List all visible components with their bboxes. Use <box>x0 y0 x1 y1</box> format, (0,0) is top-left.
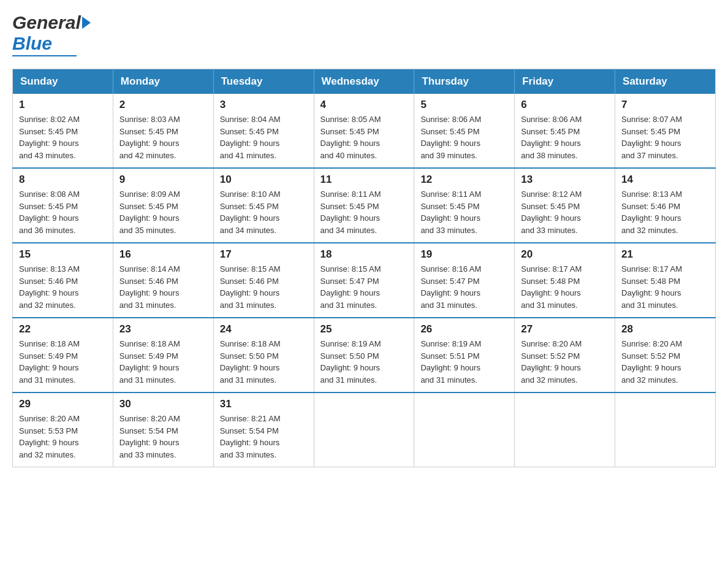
calendar-cell: 29Sunrise: 8:20 AMSunset: 5:53 PMDayligh… <box>13 393 113 467</box>
day-number: 23 <box>119 323 207 335</box>
day-number: 28 <box>621 323 709 335</box>
calendar-cell: 30Sunrise: 8:20 AMSunset: 5:54 PMDayligh… <box>113 393 213 467</box>
day-info: Sunrise: 8:05 AMSunset: 5:45 PMDaylight:… <box>320 113 408 161</box>
day-number: 25 <box>320 323 408 335</box>
day-number: 17 <box>220 248 308 261</box>
day-info: Sunrise: 8:02 AMSunset: 5:45 PMDaylight:… <box>19 113 107 161</box>
weekday-header-saturday: Saturday <box>615 69 716 94</box>
calendar-cell: 21Sunrise: 8:17 AMSunset: 5:48 PMDayligh… <box>615 243 716 318</box>
day-number: 16 <box>119 248 207 261</box>
day-number: 1 <box>19 99 107 111</box>
day-info: Sunrise: 8:20 AMSunset: 5:53 PMDaylight:… <box>19 413 107 461</box>
calendar-cell: 14Sunrise: 8:13 AMSunset: 5:46 PMDayligh… <box>615 168 716 243</box>
day-number: 9 <box>119 174 207 186</box>
calendar-cell: 9Sunrise: 8:09 AMSunset: 5:45 PMDaylight… <box>113 168 213 243</box>
calendar-cell: 2Sunrise: 8:03 AMSunset: 5:45 PMDaylight… <box>113 94 213 168</box>
logo-arrow-icon <box>82 17 91 29</box>
day-number: 27 <box>521 323 609 335</box>
weekday-header-friday: Friday <box>515 69 615 94</box>
day-number: 10 <box>220 174 308 186</box>
day-number: 21 <box>621 248 709 261</box>
day-number: 26 <box>420 323 508 335</box>
day-number: 2 <box>119 99 207 111</box>
calendar-cell: 17Sunrise: 8:15 AMSunset: 5:46 PMDayligh… <box>213 243 314 318</box>
day-number: 31 <box>220 398 308 410</box>
day-info: Sunrise: 8:03 AMSunset: 5:45 PMDaylight:… <box>119 113 207 161</box>
calendar-cell: 31Sunrise: 8:21 AMSunset: 5:54 PMDayligh… <box>213 393 314 467</box>
calendar-cell: 6Sunrise: 8:06 AMSunset: 5:45 PMDaylight… <box>515 94 615 168</box>
day-info: Sunrise: 8:20 AMSunset: 5:52 PMDaylight:… <box>621 338 709 386</box>
calendar-cell: 3Sunrise: 8:04 AMSunset: 5:45 PMDaylight… <box>213 94 314 168</box>
calendar-cell: 28Sunrise: 8:20 AMSunset: 5:52 PMDayligh… <box>615 318 716 393</box>
day-info: Sunrise: 8:19 AMSunset: 5:50 PMDaylight:… <box>320 338 408 386</box>
logo-underline <box>12 55 77 56</box>
day-number: 5 <box>420 99 508 111</box>
week-row-4: 22Sunrise: 8:18 AMSunset: 5:49 PMDayligh… <box>13 318 716 393</box>
calendar-cell: 26Sunrise: 8:19 AMSunset: 5:51 PMDayligh… <box>414 318 515 393</box>
calendar-cell <box>414 393 515 467</box>
day-number: 13 <box>521 174 609 186</box>
day-number: 24 <box>220 323 308 335</box>
day-number: 4 <box>320 99 408 111</box>
calendar-cell: 4Sunrise: 8:05 AMSunset: 5:45 PMDaylight… <box>314 94 414 168</box>
day-number: 11 <box>320 174 408 186</box>
day-info: Sunrise: 8:19 AMSunset: 5:51 PMDaylight:… <box>420 338 508 386</box>
calendar-cell: 10Sunrise: 8:10 AMSunset: 5:45 PMDayligh… <box>213 168 314 243</box>
day-info: Sunrise: 8:21 AMSunset: 5:54 PMDaylight:… <box>220 413 308 461</box>
day-number: 30 <box>119 398 207 410</box>
day-number: 8 <box>19 174 107 186</box>
day-number: 15 <box>19 248 107 261</box>
calendar-cell: 22Sunrise: 8:18 AMSunset: 5:49 PMDayligh… <box>13 318 113 393</box>
calendar-cell <box>515 393 615 467</box>
day-info: Sunrise: 8:08 AMSunset: 5:45 PMDaylight:… <box>19 188 107 236</box>
day-info: Sunrise: 8:18 AMSunset: 5:49 PMDaylight:… <box>119 338 207 386</box>
day-info: Sunrise: 8:18 AMSunset: 5:49 PMDaylight:… <box>19 338 107 386</box>
calendar-cell: 15Sunrise: 8:13 AMSunset: 5:46 PMDayligh… <box>13 243 113 318</box>
day-info: Sunrise: 8:20 AMSunset: 5:54 PMDaylight:… <box>119 413 207 461</box>
logo-general-text: General <box>12 12 81 33</box>
calendar-cell: 16Sunrise: 8:14 AMSunset: 5:46 PMDayligh… <box>113 243 213 318</box>
weekday-header-row: SundayMondayTuesdayWednesdayThursdayFrid… <box>13 69 716 94</box>
day-number: 22 <box>19 323 107 335</box>
calendar-cell: 8Sunrise: 8:08 AMSunset: 5:45 PMDaylight… <box>13 168 113 243</box>
calendar-table: SundayMondayTuesdayWednesdayThursdayFrid… <box>12 69 716 467</box>
week-row-5: 29Sunrise: 8:20 AMSunset: 5:53 PMDayligh… <box>13 393 716 467</box>
calendar-cell: 11Sunrise: 8:11 AMSunset: 5:45 PMDayligh… <box>314 168 414 243</box>
day-info: Sunrise: 8:16 AMSunset: 5:47 PMDaylight:… <box>420 263 508 311</box>
calendar-cell: 5Sunrise: 8:06 AMSunset: 5:45 PMDaylight… <box>414 94 515 168</box>
calendar-cell: 12Sunrise: 8:11 AMSunset: 5:45 PMDayligh… <box>414 168 515 243</box>
day-info: Sunrise: 8:11 AMSunset: 5:45 PMDaylight:… <box>320 188 408 236</box>
week-row-1: 1Sunrise: 8:02 AMSunset: 5:45 PMDaylight… <box>13 94 716 168</box>
calendar-cell: 7Sunrise: 8:07 AMSunset: 5:45 PMDaylight… <box>615 94 716 168</box>
day-info: Sunrise: 8:17 AMSunset: 5:48 PMDaylight:… <box>621 263 709 311</box>
day-number: 19 <box>420 248 508 261</box>
day-number: 3 <box>220 99 308 111</box>
day-info: Sunrise: 8:06 AMSunset: 5:45 PMDaylight:… <box>521 113 609 161</box>
day-number: 18 <box>320 248 408 261</box>
day-number: 6 <box>521 99 609 111</box>
day-info: Sunrise: 8:12 AMSunset: 5:45 PMDaylight:… <box>521 188 609 236</box>
day-info: Sunrise: 8:09 AMSunset: 5:45 PMDaylight:… <box>119 188 207 236</box>
logo: General Blue <box>12 12 91 56</box>
calendar-cell: 18Sunrise: 8:15 AMSunset: 5:47 PMDayligh… <box>314 243 414 318</box>
weekday-header-thursday: Thursday <box>414 69 515 94</box>
day-info: Sunrise: 8:06 AMSunset: 5:45 PMDaylight:… <box>420 113 508 161</box>
day-info: Sunrise: 8:20 AMSunset: 5:52 PMDaylight:… <box>521 338 609 386</box>
week-row-2: 8Sunrise: 8:08 AMSunset: 5:45 PMDaylight… <box>13 168 716 243</box>
day-info: Sunrise: 8:18 AMSunset: 5:50 PMDaylight:… <box>220 338 308 386</box>
weekday-header-wednesday: Wednesday <box>314 69 414 94</box>
day-info: Sunrise: 8:14 AMSunset: 5:46 PMDaylight:… <box>119 263 207 311</box>
day-info: Sunrise: 8:07 AMSunset: 5:45 PMDaylight:… <box>621 113 709 161</box>
weekday-header-monday: Monday <box>113 69 213 94</box>
day-info: Sunrise: 8:13 AMSunset: 5:46 PMDaylight:… <box>19 263 107 311</box>
day-info: Sunrise: 8:17 AMSunset: 5:48 PMDaylight:… <box>521 263 609 311</box>
day-info: Sunrise: 8:10 AMSunset: 5:45 PMDaylight:… <box>220 188 308 236</box>
weekday-header-sunday: Sunday <box>13 69 113 94</box>
logo-blue-text: Blue <box>12 33 52 54</box>
day-info: Sunrise: 8:11 AMSunset: 5:45 PMDaylight:… <box>420 188 508 236</box>
calendar-cell: 1Sunrise: 8:02 AMSunset: 5:45 PMDaylight… <box>13 94 113 168</box>
calendar-cell: 27Sunrise: 8:20 AMSunset: 5:52 PMDayligh… <box>515 318 615 393</box>
calendar-cell <box>615 393 716 467</box>
calendar-cell: 20Sunrise: 8:17 AMSunset: 5:48 PMDayligh… <box>515 243 615 318</box>
day-info: Sunrise: 8:15 AMSunset: 5:47 PMDaylight:… <box>320 263 408 311</box>
